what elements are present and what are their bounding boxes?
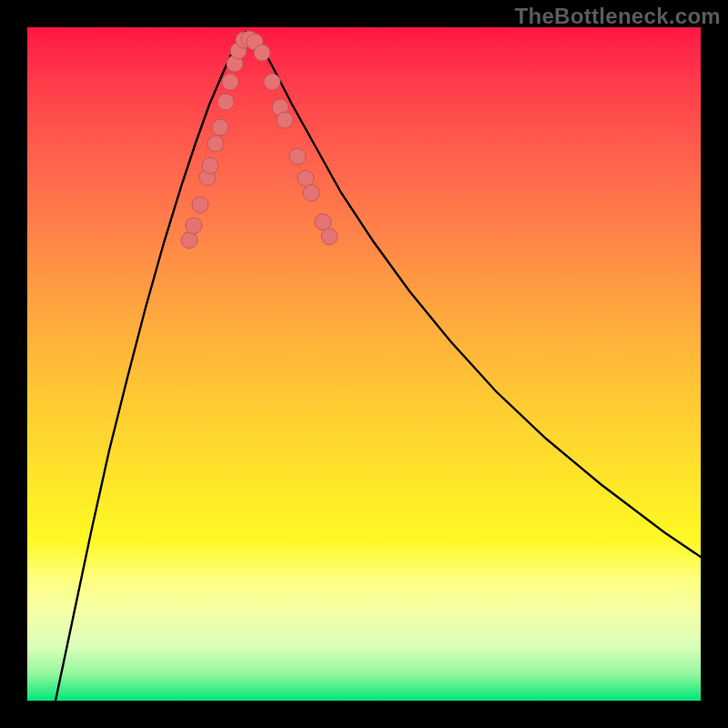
curve-marker bbox=[222, 74, 238, 90]
curve-marker bbox=[315, 214, 331, 230]
curve-marker bbox=[298, 170, 314, 187]
curve-marker bbox=[321, 228, 338, 245]
curve-marker bbox=[217, 94, 234, 110]
chart-frame: TheBottleneck.com bbox=[0, 0, 728, 728]
bottleneck-curve bbox=[56, 32, 701, 701]
curve-marker bbox=[212, 119, 228, 136]
curve-marker bbox=[254, 45, 270, 61]
curve-marker bbox=[207, 136, 224, 152]
curve-marker bbox=[277, 112, 293, 128]
curve-svg bbox=[27, 27, 701, 701]
watermark-text: TheBottleneck.com bbox=[515, 4, 721, 29]
curve-marker bbox=[264, 74, 280, 90]
curve-marker bbox=[192, 197, 208, 213]
marker-group bbox=[181, 31, 338, 248]
plot-area bbox=[27, 27, 701, 701]
curve-marker bbox=[181, 232, 197, 248]
curve-marker bbox=[186, 217, 202, 234]
curve-marker bbox=[303, 185, 319, 201]
curve-marker bbox=[289, 148, 306, 165]
curve-marker bbox=[202, 157, 218, 174]
